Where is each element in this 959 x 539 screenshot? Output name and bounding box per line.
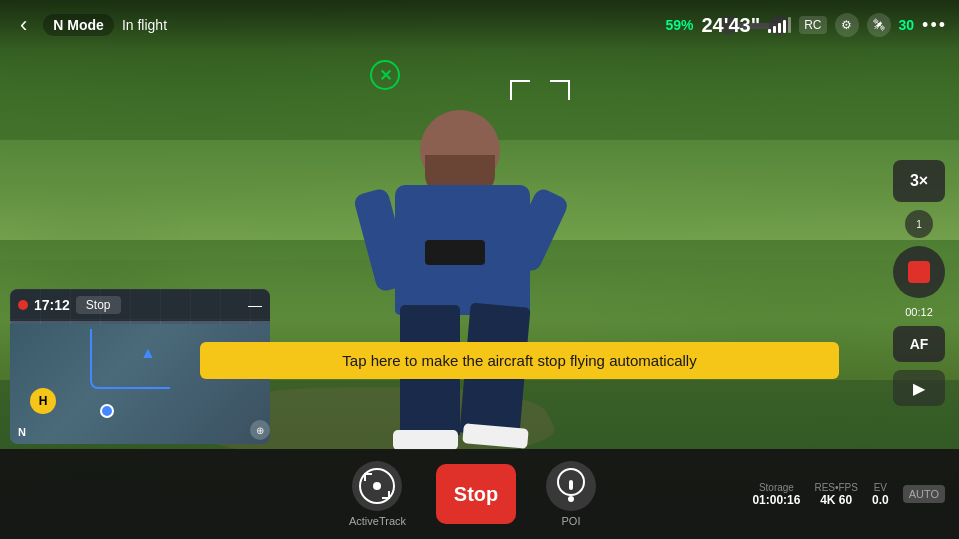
ev-info: EV 0.0 [872,482,889,507]
map-home-marker: H [30,388,56,414]
map-stop-button[interactable]: Stop [76,296,121,314]
ev-value: 0.0 [872,493,889,507]
ev-label: EV [874,482,887,493]
map-flight-path [90,329,170,389]
stop-main-button[interactable]: Stop [436,464,516,524]
stop-button-main[interactable]: Stop [436,464,516,524]
satellite-count: 30 [899,17,915,33]
tracking-close-icon[interactable]: ✕ [379,66,392,85]
zoom-3x-button[interactable]: 3× [893,160,945,202]
record-stop-icon [908,261,930,283]
map-position-dot [100,404,114,418]
rc-label: RC [799,16,826,34]
tooltip-text: Tap here to make the aircraft stop flyin… [342,352,696,369]
poi-button[interactable]: POI [546,461,596,527]
playback-button[interactable]: ▶ [893,370,945,406]
flight-mode: N Mode [43,14,114,36]
map-minimize-button[interactable]: — [248,297,262,313]
autofocus-button[interactable]: AF [893,326,945,362]
map-drone-marker: ▲ [140,344,156,362]
flight-time: 24'43" [701,14,760,37]
activetrack-button[interactable]: ActiveTrack [349,461,406,527]
activetrack-icon [352,461,402,511]
resolution-info: RES•FPS 4K 60 [814,482,858,507]
storage-info: Storage 01:00:16 [752,482,800,507]
battery-level: 59% [665,17,693,33]
right-controls-panel: 3× 1 00:12 AF ▶ [893,160,945,406]
bottom-controls-group: ActiveTrack Stop POI [236,461,709,527]
tooltip-banner[interactable]: Tap here to make the aircraft stop flyin… [200,342,839,379]
storage-label: Storage [759,482,794,493]
map-north-label: N [18,426,26,438]
poi-label: POI [562,515,581,527]
record-button[interactable] [893,246,945,298]
top-hud-bar: ‹ N Mode In flight 59% 24'43" RC ⚙ 🛰 30 … [0,0,959,50]
signal-strength [768,17,791,33]
res-label: RES•FPS [814,482,858,493]
bottom-right-info: Storage 01:00:16 RES•FPS 4K 60 EV 0.0 AU… [709,482,959,507]
storage-value: 01:00:16 [752,493,800,507]
map-compass-icon: ⊕ [250,420,270,440]
map-record-dot [18,300,28,310]
tracking-corner-tr [550,80,570,100]
zoom-level-indicator: 1 [905,210,933,238]
res-value: 4K 60 [820,493,852,507]
record-timer: 00:12 [905,306,933,318]
stop-label: Stop [454,483,498,506]
tracking-corner-tl [510,80,530,100]
back-button[interactable]: ‹ [12,8,35,42]
more-options-icon[interactable]: ••• [922,15,947,36]
bottom-control-bar: ActiveTrack Stop POI Storage 01:00:16 [0,449,959,539]
settings-icon[interactable]: ⚙ [835,13,859,37]
map-flight-time: 17:12 [34,297,70,313]
auto-badge: AUTO [903,485,945,503]
flight-status: In flight [122,17,167,33]
poi-icon [546,461,596,511]
activetrack-label: ActiveTrack [349,515,406,527]
tracking-target-circle[interactable]: ✕ [370,60,400,90]
map-top-bar: 17:12 Stop — [10,289,270,321]
satellite-icon: 🛰 [867,13,891,37]
